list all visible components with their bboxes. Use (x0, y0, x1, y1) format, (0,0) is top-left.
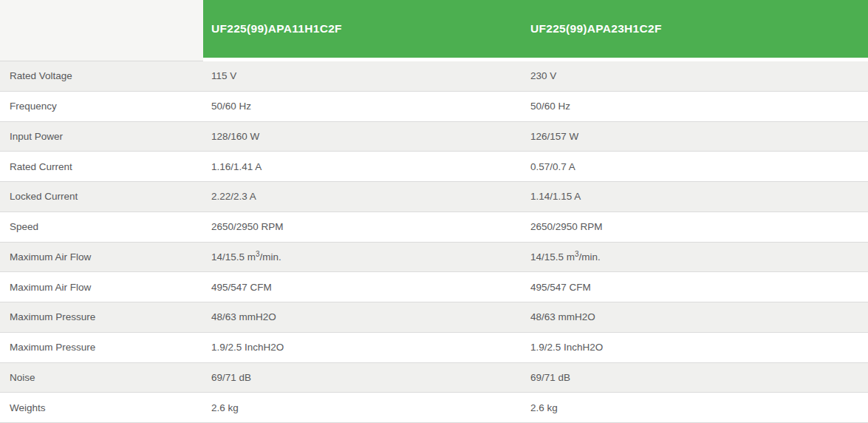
table-row: Locked Current2.22/2.3 A1.14/1.15 A (0, 182, 868, 212)
spec-value-model-2: 2.6 kg (522, 393, 868, 423)
spec-value-model-1: 48/63 mmH2O (203, 302, 522, 333)
table-row: Maximum Pressure1.9/2.5 InchH2O1.9/2.5 I… (0, 333, 868, 363)
spec-table-body: Rated Voltage115 V230 VFrequency50/60 Hz… (0, 61, 868, 423)
table-row: Speed2650/2950 RPM2650/2950 RPM (0, 212, 868, 243)
spec-value-model-2: 69/71 dB (522, 363, 868, 393)
spec-label: Rated Current (0, 152, 203, 182)
spec-label: Weights (0, 393, 203, 423)
header-model-1: UF225(99)APA11H1C2F (203, 0, 522, 61)
header-row: UF225(99)APA11H1C2F UF225(99)APA23H1C2F (0, 0, 868, 61)
spec-value-model-2: 0.57/0.7 A (522, 152, 868, 182)
header-corner-cell (0, 0, 203, 61)
table-row: Maximum Pressure48/63 mmH2O48/63 mmH2O (0, 302, 868, 333)
spec-value-model-2: 1.14/1.15 A (522, 182, 868, 212)
spec-label: Rated Voltage (0, 61, 203, 92)
spec-label: Input Power (0, 122, 203, 152)
spec-label: Speed (0, 212, 203, 243)
table-row: Maximum Air Flow495/547 CFM495/547 CFM (0, 272, 868, 302)
spec-value-model-1: 2.6 kg (203, 393, 522, 423)
spec-value-model-2: 14/15.5 m3/min. (522, 243, 868, 273)
spec-value-model-1: 1.9/2.5 InchH2O (203, 333, 522, 363)
spec-page: UF225(99)APA11H1C2F UF225(99)APA23H1C2F … (0, 0, 868, 423)
spec-value-model-2: 50/60 Hz (522, 92, 868, 122)
spec-label: Maximum Air Flow (0, 243, 203, 273)
table-row: Maximum Air Flow14/15.5 m3/min.14/15.5 m… (0, 243, 868, 273)
spec-value-model-1: 69/71 dB (203, 363, 522, 393)
table-row: Frequency50/60 Hz50/60 Hz (0, 92, 868, 122)
spec-value-model-1: 2650/2950 RPM (203, 212, 522, 243)
spec-value-model-2: 126/157 W (522, 122, 868, 152)
table-row: Weights2.6 kg2.6 kg (0, 393, 868, 423)
spec-value-model-1: 50/60 Hz (203, 92, 522, 122)
spec-value-model-2: 230 V (522, 61, 868, 92)
table-row: Rated Voltage115 V230 V (0, 61, 868, 92)
spec-value-model-2: 1.9/2.5 InchH2O (522, 333, 868, 363)
spec-label: Maximum Pressure (0, 302, 203, 333)
spec-label: Noise (0, 363, 203, 393)
spec-value-model-1: 128/160 W (203, 122, 522, 152)
spec-table-header: UF225(99)APA11H1C2F UF225(99)APA23H1C2F (0, 0, 868, 61)
spec-value-model-1: 2.22/2.3 A (203, 182, 522, 212)
spec-value-model-1: 495/547 CFM (203, 272, 522, 302)
spec-label: Maximum Pressure (0, 333, 203, 363)
spec-value-model-2: 48/63 mmH2O (522, 302, 868, 333)
spec-value-model-2: 2650/2950 RPM (522, 212, 868, 243)
spec-value-model-1: 115 V (203, 61, 522, 92)
spec-label: Maximum Air Flow (0, 272, 203, 302)
spec-label: Frequency (0, 92, 203, 122)
spec-value-model-1: 1.16/1.41 A (203, 152, 522, 182)
table-row: Input Power128/160 W126/157 W (0, 122, 868, 152)
spec-value-model-2: 495/547 CFM (522, 272, 868, 302)
table-row: Rated Current1.16/1.41 A0.57/0.7 A (0, 152, 868, 182)
product-spec-table: UF225(99)APA11H1C2F UF225(99)APA23H1C2F … (0, 0, 868, 423)
table-row: Noise69/71 dB69/71 dB (0, 363, 868, 393)
spec-value-model-1: 14/15.5 m3/min. (203, 243, 522, 273)
spec-label: Locked Current (0, 182, 203, 212)
header-model-2: UF225(99)APA23H1C2F (522, 0, 868, 61)
